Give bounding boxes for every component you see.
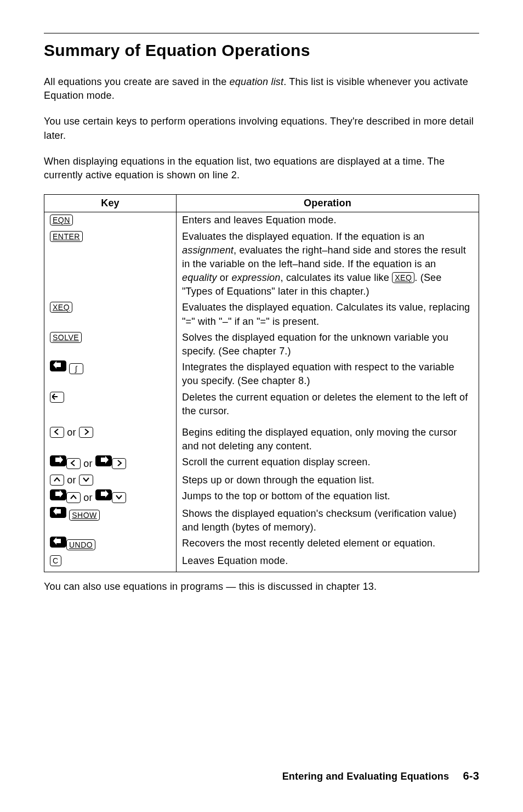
page-number: 6-3 [463,770,479,782]
table-row: ENTER Evaluates the displayed equation. … [44,229,479,300]
table-row: or Scroll the current equation display s… [44,454,479,472]
key-undo: UNDO [66,539,95,550]
outro-para: You can also use equations in programs —… [44,580,479,594]
op-text: Recovers the most recently deleted eleme… [177,535,479,553]
term: equality [182,272,217,283]
op-text: Shows the displayed equation's checksum … [177,506,479,535]
op-text: Solves the displayed equation for the un… [177,330,479,359]
table-row: Deletes the current equation or deletes … [44,390,479,419]
key-integral: ∫ [69,363,83,374]
intro-para-1: All equations you create are saved in th… [44,75,479,103]
op-text: Integrates the displayed equation with r… [177,359,479,389]
key-down [79,475,93,486]
term: expression [231,272,280,283]
key-eqn: EQN [50,215,73,225]
text-or: or [64,427,79,438]
key-enter: ENTER [50,231,83,242]
table-row: SOLVE Solves the displayed equation for … [44,330,479,359]
op-text: Leaves Equation mode. [177,553,479,572]
text: Evaluates the displayed equation. If the… [182,231,424,242]
table-row: XEQ Evaluates the displayed equation. Ca… [44,300,479,329]
key-left [50,427,64,438]
operations-table: Key Operation EQN Enters and leaves Equa… [44,194,479,572]
col-operation: Operation [177,195,479,212]
key-left-shift [50,360,66,371]
key-down [112,492,126,503]
text-or: or [81,492,95,503]
text: or [217,272,232,283]
key-left [66,458,81,469]
page-footer: Entering and Evaluating Equations 6-3 [282,768,479,783]
key-right [79,427,93,438]
key-c: C [50,555,61,566]
intro-para-3: When displaying equations in the equatio… [44,155,479,182]
key-right-shift [50,489,66,500]
op-text: Scroll the current equation display scre… [177,454,479,472]
table-row: SHOW Shows the displayed equation's chec… [44,506,479,535]
key-show: SHOW [69,510,100,521]
table-row: UNDO Recovers the most recently deleted … [44,535,479,553]
table-row: or Begins editing the displayed equation… [44,419,479,454]
text-or: or [64,475,79,486]
footer-title: Entering and Evaluating Equations [282,771,450,782]
key-right-shift [95,455,112,466]
text-or: or [81,458,95,469]
op-text: Evaluates the displayed equation. If the… [177,229,479,300]
table-row: or Jumps to the top or bottom of the equ… [44,488,479,506]
key-backspace [50,392,64,403]
key-right-shift [50,455,66,466]
op-text: Jumps to the top or bottom of the equati… [177,488,479,506]
key-xeq-inline: XEQ [392,272,414,283]
key-right [112,458,126,469]
key-up [66,492,81,503]
text: , calculates its value like [281,272,393,283]
table-header-row: Key Operation [44,195,479,212]
key-left-shift [50,507,66,518]
table-row: C Leaves Equation mode. [44,553,479,572]
table-row: ∫ Integrates the displayed equation with… [44,359,479,389]
key-up [50,475,64,486]
op-text: Enters and leaves Equation mode. [177,212,479,229]
key-left-shift [50,537,66,548]
text: All equations you create are saved in th… [44,76,230,87]
op-text: Deletes the current equation or deletes … [177,390,479,419]
term-equation-list: equation list [230,76,284,87]
key-xeq: XEQ [50,302,72,313]
page-title: Summary of Equation Operations [44,39,479,62]
op-text: Steps up or down through the equation li… [177,472,479,488]
op-text: Evaluates the displayed equation. Calcul… [177,300,479,329]
key-right-shift [95,489,112,500]
op-text: Begins editing the displayed equation, o… [177,419,479,454]
table-row: or Steps up or down through the equation… [44,472,479,488]
table-row: EQN Enters and leaves Equation mode. [44,212,479,229]
intro-para-2: You use certain keys to perform operatio… [44,115,479,142]
term: assignment [182,245,234,256]
col-key: Key [44,195,177,212]
horizontal-rule [44,33,479,33]
key-solve: SOLVE [50,332,82,343]
